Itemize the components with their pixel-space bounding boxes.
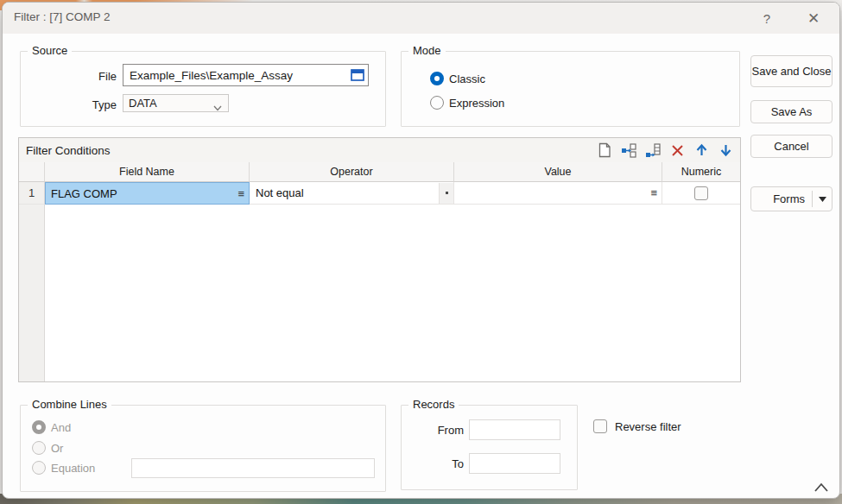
filter-conditions-title: Filter Conditions [19,144,111,157]
numeric-checkbox[interactable] [694,186,708,200]
combine-lines-group-label: Combine Lines [28,398,111,411]
row-number-cell[interactable]: 1 [19,182,45,205]
field-name-cell[interactable]: FLAG COMP ≡ [45,182,250,205]
delete-line-icon[interactable] [668,142,686,159]
type-dropdown[interactable]: DATA [123,94,229,112]
move-up-icon[interactable] [693,142,710,159]
column-header-numeric: Numeric [662,162,740,182]
filter-conditions-header: Filter Conditions [19,138,740,162]
forms-button-label[interactable]: Forms [751,192,812,205]
equation-input[interactable] [131,458,375,478]
forms-split-button[interactable]: Forms [750,186,833,211]
operator-cell[interactable]: Not equal [250,182,454,205]
equation-radio-label[interactable]: Equation [51,462,95,475]
append-line-icon[interactable] [644,142,662,159]
file-label: File [21,70,117,83]
field-name-value: FLAG COMP [51,187,117,200]
value-cell[interactable]: ≡ [454,182,662,205]
classic-radio-label[interactable]: Classic [449,72,485,85]
file-input[interactable] [123,64,369,86]
source-group-label: Source [28,44,72,57]
column-header-field-name: Field Name [45,162,250,182]
column-header-operator: Operator [250,162,454,182]
collapse-chevron-icon[interactable] [813,482,830,494]
column-header-row-number [19,162,45,182]
save-as-button[interactable]: Save As [750,100,833,123]
dialog-title: Filter : [7] COMP 2 [14,10,111,23]
and-radio-label[interactable]: And [51,421,71,434]
or-radio[interactable] [32,441,46,455]
records-group: Records From To [401,405,578,490]
browse-file-icon[interactable] [350,68,365,82]
chevron-down-icon [213,101,222,114]
combine-lines-group: Combine Lines And Or Equation [20,405,386,492]
new-line-icon[interactable] [596,142,613,159]
filter-conditions-toolbar [596,142,740,159]
to-label: To [402,457,464,470]
equation-radio[interactable] [32,461,46,475]
mode-group-label: Mode [408,44,446,57]
operator-dropdown-icon[interactable] [439,183,453,204]
records-to-input[interactable] [469,453,560,474]
numeric-cell [662,182,740,205]
title-bar[interactable]: Filter : [7] COMP 2 ? ✕ [3,3,839,34]
type-dropdown-value: DATA [129,97,157,110]
expression-radio-label[interactable]: Expression [449,97,504,110]
operator-value: Not equal [256,186,304,199]
reverse-filter-label[interactable]: Reverse filter [615,420,681,433]
source-group: Source File Type DATA [20,51,386,127]
filter-conditions-panel: Filter Conditions [18,137,741,382]
mode-group: Mode Classic Expression [401,51,740,127]
move-down-icon[interactable] [717,142,734,159]
column-header-value: Value [454,162,662,182]
forms-dropdown-arrow-icon[interactable] [813,197,832,202]
insert-line-icon[interactable] [620,142,637,159]
filter-dialog: Filter : [7] COMP 2 ? ✕ Source File Type… [2,2,840,499]
value-menu-icon[interactable]: ≡ [650,186,662,199]
and-radio[interactable] [32,420,46,434]
field-name-menu-icon[interactable]: ≡ [237,187,249,200]
or-radio-label[interactable]: Or [51,442,63,455]
classic-radio[interactable] [430,72,444,85]
reverse-filter-checkbox[interactable] [593,419,607,433]
row-number-gutter [19,205,45,381]
type-label: Type [21,98,117,111]
close-icon[interactable]: ✕ [795,3,833,34]
help-icon[interactable]: ? [748,3,786,34]
save-and-close-button[interactable]: Save and Close [750,55,833,87]
records-group-label: Records [408,398,459,411]
expression-radio[interactable] [430,96,444,110]
cancel-button[interactable]: Cancel [750,135,833,158]
reverse-filter-option: Reverse filter [593,419,681,433]
from-label: From [402,424,464,437]
records-from-input[interactable] [469,419,560,440]
